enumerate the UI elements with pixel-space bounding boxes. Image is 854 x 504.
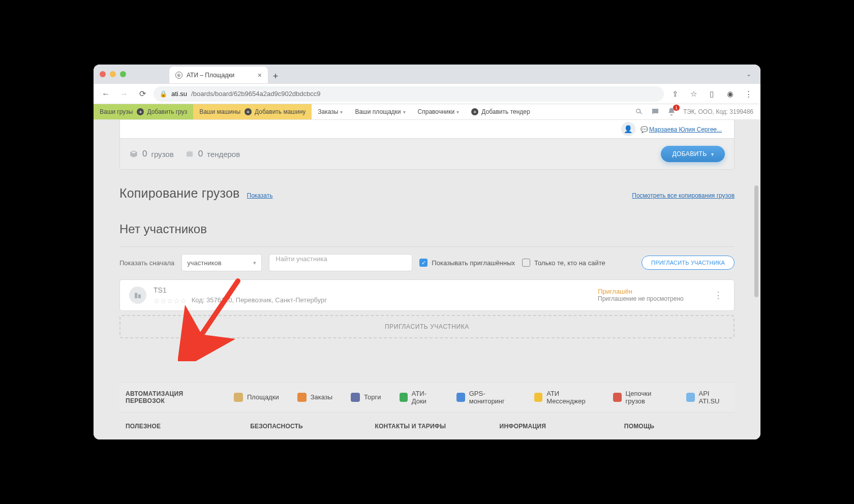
notifications-icon[interactable]: 1 bbox=[667, 107, 676, 116]
row-kebab-menu[interactable]: ⋮ bbox=[712, 290, 725, 301]
nav-right-panel: 1 ТЭК, ООО, Код: 3199486 bbox=[634, 104, 760, 119]
footer-col-info: ИНФОРМАЦИЯ Блог bbox=[500, 423, 604, 439]
tender-count: 0 тендеров bbox=[185, 149, 240, 159]
copy-cargo-section: Копирование грузов Показать Посмотреть в… bbox=[119, 186, 735, 201]
nav-boards[interactable]: Ваши площадки bbox=[349, 104, 411, 119]
avatar-icon: 👤 bbox=[621, 122, 635, 136]
search-participant-field[interactable] bbox=[274, 255, 407, 263]
nav-your-cargo[interactable]: Ваши грузы +Добавить груз bbox=[94, 104, 193, 119]
auto-link-doki[interactable]: АТИ-Доки bbox=[400, 390, 439, 405]
board-contact: 👤 💬Марзаева Юлия Сергее... bbox=[621, 122, 722, 136]
checkbox-only-online[interactable]: Только те, кто на сайте bbox=[522, 259, 605, 267]
nav-refs[interactable]: Справочники bbox=[412, 104, 466, 119]
nav-add-cargo[interactable]: +Добавить груз bbox=[137, 108, 187, 115]
footer-col-safety: БЕЗОПАСНОСТЬ Проверки партнеров, водител… bbox=[250, 423, 354, 439]
footer-col-contacts: КОНТАКТЫ И ТАРИФЫ О системе ATI.SU bbox=[375, 423, 479, 439]
status-badge: Приглашён bbox=[598, 288, 705, 295]
plus-icon: + bbox=[245, 108, 252, 115]
copy-show-link[interactable]: Показать bbox=[247, 192, 273, 199]
new-tab-button[interactable]: + bbox=[268, 69, 283, 83]
profile-icon[interactable]: ◉ bbox=[723, 87, 737, 101]
browser-tab-active[interactable]: ⊕ АТИ – Площадки × bbox=[169, 66, 268, 83]
nav-forward-button[interactable]: → bbox=[117, 87, 131, 101]
nav-your-trucks[interactable]: Ваши машины +Добавить машину bbox=[193, 104, 312, 119]
nav-reload-button[interactable]: ⟳ bbox=[135, 87, 149, 101]
window-titlebar: ⊕ АТИ – Площадки × + ⌄ bbox=[94, 65, 760, 84]
square-icon bbox=[686, 393, 694, 402]
contact-name-link[interactable]: Марзаева Юлия Сергее... bbox=[649, 126, 722, 133]
tab-favicon: ⊕ bbox=[175, 72, 182, 79]
tab-close-icon[interactable]: × bbox=[258, 71, 262, 79]
window-maximize-button[interactable] bbox=[120, 71, 126, 77]
auto-link-chains[interactable]: Цепочки грузов bbox=[613, 390, 668, 405]
star-icon: ☆ bbox=[173, 297, 180, 304]
auto-link-bids[interactable]: Торги bbox=[351, 393, 381, 402]
comment-icon: 💬 bbox=[640, 126, 648, 133]
search-icon[interactable] bbox=[634, 107, 644, 116]
copy-view-all-link[interactable]: Посмотреть все копирования грузов bbox=[632, 192, 735, 199]
square-icon bbox=[534, 393, 542, 402]
auto-link-orders[interactable]: Заказы bbox=[297, 393, 332, 402]
nav-add-tender[interactable]: +Добавить тендер bbox=[465, 104, 536, 119]
sort-select[interactable]: участников bbox=[181, 254, 262, 271]
auto-link-api[interactable]: API ATI.SU bbox=[686, 390, 728, 405]
auto-link-boards[interactable]: Площадки bbox=[234, 393, 279, 402]
footer-col-useful: ПОЛЕЗНОЕ Расчет расстояний bbox=[126, 423, 230, 439]
checkbox-show-invited[interactable]: ✓ Показывать приглашённых bbox=[419, 259, 515, 267]
square-icon bbox=[456, 393, 465, 402]
app-top-nav: Ваши грузы +Добавить груз Ваши машины +Д… bbox=[94, 104, 760, 120]
participant-main: TS1 ☆☆☆☆☆ Код: 3576120, Перевозчик, Санк… bbox=[154, 286, 591, 304]
board-footer: 0 грузов 0 тендеров ДОБАВИТЬ bbox=[120, 138, 734, 169]
page-content: 👤 💬Марзаева Юлия Сергее... 0 грузов 0 те… bbox=[119, 120, 735, 439]
nav-boards-label: Ваши площадки bbox=[355, 108, 405, 115]
automation-heading: АВТОМАТИЗАЦИЯ ПЕРЕВОЗОК bbox=[126, 390, 216, 404]
square-icon bbox=[234, 393, 243, 402]
chat-icon[interactable] bbox=[651, 107, 660, 116]
window-close-button[interactable] bbox=[100, 71, 106, 77]
company-icon bbox=[129, 287, 146, 304]
footer-heading: ПОЛЕЗНОЕ bbox=[126, 423, 230, 430]
footer-heading: ПОМОЩЬ bbox=[624, 423, 728, 430]
window-minimize-button[interactable] bbox=[110, 71, 116, 77]
tab-overflow-icon[interactable]: ⌄ bbox=[743, 71, 754, 78]
lock-icon: 🔒 bbox=[160, 90, 167, 98]
invite-participant-button[interactable]: ПРИГЛАСИТЬ УЧАСТНИКА bbox=[642, 256, 735, 270]
nav-company-label[interactable]: ТЭК, ООО, Код: 3199486 bbox=[683, 108, 753, 115]
star-icon: ☆ bbox=[160, 297, 167, 304]
nav-orders[interactable]: Заказы bbox=[312, 104, 349, 119]
share-icon[interactable]: ⇪ bbox=[668, 87, 682, 101]
checkbox-show-invited-label: Показывать приглашённых bbox=[432, 259, 515, 267]
square-icon bbox=[351, 393, 360, 402]
url-host: ati.su bbox=[171, 90, 187, 98]
auto-link-gps[interactable]: GPS-мониторинг bbox=[456, 390, 516, 405]
traffic-lights bbox=[100, 71, 126, 77]
page-scrollbar[interactable] bbox=[753, 104, 759, 439]
url-path: /boards/board/62b9654a2ad9c902dbdcbcc9 bbox=[191, 90, 320, 98]
nav-your-trucks-label: Ваши машины bbox=[199, 108, 240, 115]
participant-row[interactable]: TS1 ☆☆☆☆☆ Код: 3576120, Перевозчик, Санк… bbox=[119, 279, 735, 311]
nav-back-button[interactable]: ← bbox=[99, 87, 113, 101]
star-icon: ☆ bbox=[154, 297, 160, 304]
participant-meta: ☆☆☆☆☆ Код: 3576120, Перевозчик, Санкт-Пе… bbox=[154, 296, 591, 304]
square-icon bbox=[297, 393, 307, 402]
nav-orders-label: Заказы bbox=[318, 108, 343, 115]
footer-heading: БЕЗОПАСНОСТЬ bbox=[250, 423, 354, 430]
panel-icon[interactable]: ▯ bbox=[705, 87, 719, 101]
invite-dashed-bar[interactable]: ПРИГЛАСИТЬ УЧАСТНИКА bbox=[119, 315, 735, 338]
address-bar[interactable]: 🔒 ati.su/boards/board/62b9654a2ad9c902db… bbox=[154, 86, 664, 102]
divider bbox=[119, 246, 735, 247]
sort-label: Показать сначала bbox=[119, 259, 174, 267]
auto-link-messenger[interactable]: АТИ Мессенджер bbox=[534, 390, 595, 405]
nav-add-tender-label: Добавить тендер bbox=[481, 108, 530, 115]
nav-your-cargo-label: Ваши грузы bbox=[100, 108, 133, 115]
kebab-icon[interactable]: ⋮ bbox=[741, 87, 755, 101]
nav-add-truck-label: Добавить машину bbox=[255, 108, 306, 115]
plus-icon: + bbox=[471, 108, 478, 115]
nav-add-truck[interactable]: +Добавить машину bbox=[245, 108, 306, 115]
copy-cargo-title: Копирование грузов bbox=[119, 186, 240, 201]
search-participant-input[interactable] bbox=[269, 254, 412, 271]
add-button[interactable]: ДОБАВИТЬ bbox=[661, 146, 725, 162]
footer-heading: ИНФОРМАЦИЯ bbox=[500, 423, 604, 430]
scrollbar-thumb[interactable] bbox=[754, 185, 758, 297]
bookmark-icon[interactable]: ☆ bbox=[686, 87, 700, 101]
